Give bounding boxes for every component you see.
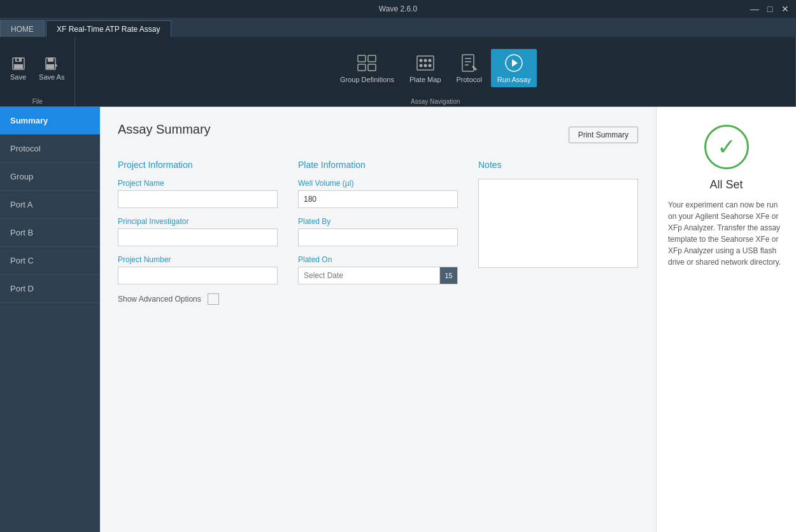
page-title: Assay Summary <box>118 122 211 137</box>
all-set-icon: ✓ <box>704 125 749 169</box>
minimize-button[interactable]: — <box>749 3 760 15</box>
save-button[interactable]: Save <box>5 53 31 83</box>
all-set-description: Your experiment can now be run on your A… <box>668 199 785 268</box>
right-panel: ✓ All Set Your experiment can now be run… <box>656 107 796 532</box>
well-volume-input[interactable] <box>298 190 458 208</box>
plated-on-field: Plated On 15 <box>298 255 458 284</box>
all-set-title: All Set <box>709 178 743 192</box>
well-volume-field: Well Volume (µl) <box>298 179 458 208</box>
save-icon <box>11 56 26 71</box>
tab-xf-assay[interactable]: XF Real-Time ATP Rate Assay <box>46 20 171 37</box>
sections-row: Project Information Project Name Princip… <box>118 160 638 305</box>
date-wrapper: 15 <box>298 267 458 284</box>
sidebar-item-port-d[interactable]: Port D <box>0 275 100 303</box>
project-info-section: Project Information Project Name Princip… <box>118 160 278 305</box>
calendar-button[interactable]: 15 <box>440 267 458 284</box>
plated-on-input[interactable] <box>298 267 440 284</box>
svg-rect-12 <box>368 64 376 71</box>
principal-investigator-input[interactable] <box>118 228 278 246</box>
plated-by-label: Plated By <box>298 217 458 226</box>
svg-point-14 <box>419 59 422 62</box>
project-name-label: Project Name <box>118 179 278 188</box>
sidebar-item-protocol[interactable]: Protocol <box>0 135 100 163</box>
calendar-icon: 15 <box>444 272 452 279</box>
project-name-field: Project Name <box>118 179 278 208</box>
group-definitions-icon <box>357 53 377 73</box>
ribbon-file-items: Save Save As <box>5 41 69 95</box>
svg-rect-6 <box>46 64 54 69</box>
maximize-button[interactable]: □ <box>764 3 776 15</box>
sidebar-item-port-a[interactable]: Port A <box>0 191 100 219</box>
app-title: Wave 2.6.0 <box>379 4 417 13</box>
principal-investigator-field: Principal Investigator <box>118 217 278 246</box>
notes-textarea[interactable] <box>478 179 638 268</box>
content-area: Assay Summary Print Summary Project Info… <box>100 107 656 532</box>
plate-info-title: Plate Information <box>298 160 458 170</box>
assay-header: Assay Summary Print Summary <box>118 122 638 147</box>
advanced-options-row: Show Advanced Options <box>118 293 278 305</box>
plated-on-label: Plated On <box>298 255 458 264</box>
advanced-options-checkbox[interactable] <box>208 293 219 305</box>
plated-by-field: Plated By <box>298 217 458 246</box>
sidebar-item-summary[interactable]: Summary <box>0 107 100 135</box>
tab-bar: HOME XF Real-Time ATP Rate Assay <box>0 18 796 37</box>
ribbon-assay-nav-items: Group Definitions Plate Map <box>334 41 537 95</box>
svg-point-17 <box>419 64 422 67</box>
svg-point-15 <box>423 59 427 62</box>
svg-rect-9 <box>358 55 366 62</box>
window-controls: — □ ✕ <box>749 3 791 15</box>
well-volume-label: Well Volume (µl) <box>298 179 458 188</box>
checkmark-icon: ✓ <box>717 136 736 158</box>
close-button[interactable]: ✕ <box>779 3 791 15</box>
sidebar-item-port-b[interactable]: Port B <box>0 219 100 247</box>
ribbon-file-label: File <box>32 95 43 105</box>
ribbon-assay-nav-group: Group Definitions Plate Map <box>75 37 796 106</box>
svg-rect-3 <box>17 59 19 61</box>
plated-by-input[interactable] <box>298 228 458 246</box>
svg-rect-2 <box>14 64 23 69</box>
save-as-button[interactable]: Save As <box>34 53 69 83</box>
svg-point-18 <box>423 64 427 67</box>
print-summary-button[interactable]: Print Summary <box>569 127 638 143</box>
notes-title: Notes <box>478 160 638 170</box>
project-name-input[interactable] <box>118 190 278 208</box>
advanced-options-label: Show Advanced Options <box>118 295 201 304</box>
group-definitions-button[interactable]: Group Definitions <box>334 49 401 87</box>
project-number-label: Project Number <box>118 255 278 264</box>
ribbon: Save Save As File <box>0 37 796 107</box>
save-as-icon <box>44 56 59 71</box>
svg-marker-24 <box>472 66 477 71</box>
ribbon-file-group: Save Save As File <box>0 37 75 106</box>
svg-rect-5 <box>48 58 53 62</box>
title-bar: Wave 2.6.0 — □ ✕ <box>0 0 796 18</box>
svg-rect-11 <box>358 64 366 71</box>
svg-point-19 <box>428 64 431 67</box>
notes-section: Notes <box>478 160 638 305</box>
plate-map-button[interactable]: Plate Map <box>403 49 448 87</box>
main-layout: Summary Protocol Group Port A Port B Por… <box>0 107 796 532</box>
project-number-input[interactable] <box>118 267 278 284</box>
svg-rect-20 <box>462 55 474 71</box>
sidebar-item-group[interactable]: Group <box>0 163 100 191</box>
sidebar: Summary Protocol Group Port A Port B Por… <box>0 107 100 532</box>
principal-investigator-label: Principal Investigator <box>118 217 278 226</box>
ribbon-assay-nav-label: Assay Navigation <box>411 95 460 105</box>
plate-info-section: Plate Information Well Volume (µl) Plate… <box>298 160 458 305</box>
svg-rect-10 <box>368 55 376 62</box>
protocol-button[interactable]: Protocol <box>450 49 488 87</box>
project-info-title: Project Information <box>118 160 278 170</box>
sidebar-item-port-c[interactable]: Port C <box>0 247 100 275</box>
svg-point-16 <box>428 59 431 62</box>
run-assay-button[interactable]: Run Assay <box>491 49 537 87</box>
run-assay-icon <box>504 53 524 73</box>
protocol-icon <box>459 53 480 73</box>
project-number-field: Project Number <box>118 255 278 284</box>
tab-home[interactable]: HOME <box>0 20 45 37</box>
plate-map-icon <box>415 53 436 73</box>
svg-rect-13 <box>417 56 434 70</box>
